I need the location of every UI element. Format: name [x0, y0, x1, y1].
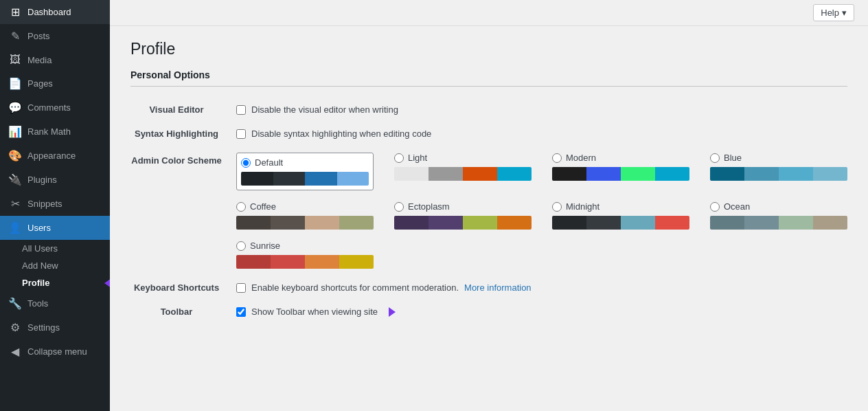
color-scheme-midnight-swatches — [552, 216, 689, 230]
keyboard-shortcuts-row: Keyboard Shortcuts Enable keyboard short… — [130, 276, 847, 300]
toolbar-checkbox[interactable] — [236, 307, 246, 317]
page-title: Profile — [130, 40, 847, 58]
color-scheme-modern-radio[interactable] — [552, 153, 562, 163]
sidebar-item-dashboard[interactable]: ⊞ Dashboard — [0, 0, 110, 24]
syntax-highlighting-checkbox-label[interactable]: Disable syntax highlighting when editing… — [236, 129, 847, 139]
tools-icon: 🔧 — [8, 297, 22, 310]
keyboard-shortcuts-checkbox[interactable] — [236, 283, 246, 293]
syntax-highlighting-checkbox[interactable] — [236, 129, 246, 139]
syntax-highlighting-label: Syntax Highlighting — [135, 129, 218, 139]
color-scheme-blue[interactable]: Blue — [710, 153, 847, 190]
sidebar-item-label: Snippets — [27, 199, 62, 209]
color-scheme-light-label: Light — [408, 153, 427, 163]
color-scheme-light[interactable]: Light — [394, 153, 532, 190]
color-scheme-ectoplasm-swatches — [394, 216, 532, 230]
collapse-icon: ◀ — [8, 345, 22, 358]
toolbar-arrow-icon — [389, 307, 396, 317]
visual-editor-checkbox[interactable] — [236, 105, 246, 115]
color-scheme-sunrise-label: Sunrise — [250, 241, 280, 251]
sidebar-item-tools[interactable]: 🔧 Tools — [0, 291, 110, 315]
syntax-highlighting-text: Disable syntax highlighting when editing… — [251, 129, 431, 139]
sidebar-item-label: Appearance — [27, 151, 76, 161]
toolbar-text: Show Toolbar when viewing site — [251, 307, 378, 317]
color-scheme-modern-label: Modern — [566, 153, 596, 163]
color-scheme-blue-swatches — [710, 167, 847, 181]
help-label: Help — [821, 8, 839, 18]
color-scheme-ocean-swatches — [710, 216, 847, 230]
color-scheme-sunrise[interactable]: Sunrise — [236, 241, 374, 269]
dashboard-icon: ⊞ — [8, 5, 22, 19]
keyboard-shortcuts-text: Enable keyboard shortcuts for comment mo… — [251, 282, 459, 293]
toolbar-label: Toolbar — [161, 307, 193, 317]
color-scheme-midnight[interactable]: Midnight — [552, 201, 689, 230]
appearance-icon: 🎨 — [8, 149, 22, 162]
rank-math-icon: 📊 — [8, 125, 22, 138]
posts-icon: ✎ — [8, 30, 22, 43]
color-scheme-coffee-swatches — [236, 216, 374, 230]
color-scheme-light-radio[interactable] — [394, 153, 404, 163]
syntax-highlighting-row: Syntax Highlighting Disable syntax highl… — [130, 122, 847, 146]
color-scheme-ectoplasm-label: Ectoplasm — [408, 201, 450, 212]
color-scheme-ectoplasm-radio[interactable] — [394, 202, 404, 212]
sidebar-sub-add-new[interactable]: Add New — [0, 257, 110, 274]
color-scheme-light-swatches — [394, 167, 532, 181]
sidebar-item-label: Tools — [27, 298, 48, 309]
sidebar-item-label: Users — [27, 223, 51, 233]
settings-icon: ⚙ — [8, 321, 22, 334]
color-scheme-ocean-radio[interactable] — [710, 202, 720, 212]
help-chevron-icon: ▾ — [842, 8, 847, 18]
sidebar-item-label: Plugins — [27, 175, 57, 185]
profile-arrow-icon — [104, 278, 110, 288]
sidebar-item-snippets[interactable]: ✂ Snippets — [0, 192, 110, 216]
color-scheme-grid: Default — [236, 153, 847, 269]
color-scheme-coffee-radio[interactable] — [236, 202, 246, 212]
plugins-icon: 🔌 — [8, 173, 22, 186]
color-scheme-blue-radio[interactable] — [710, 153, 720, 163]
help-button[interactable]: Help ▾ — [813, 4, 854, 21]
sidebar-item-pages[interactable]: 📄 Pages — [0, 71, 110, 96]
visual-editor-checkbox-label[interactable]: Disable the visual editor when writing — [236, 104, 847, 115]
visual-editor-label: Visual Editor — [149, 104, 203, 115]
keyboard-shortcuts-checkbox-label[interactable]: Enable keyboard shortcuts for comment mo… — [236, 282, 847, 293]
color-scheme-ocean[interactable]: Ocean — [710, 201, 847, 230]
color-scheme-default-label: Default — [255, 157, 283, 168]
sidebar-sub-profile[interactable]: Profile — [0, 274, 110, 291]
color-scheme-ectoplasm[interactable]: Ectoplasm — [394, 201, 532, 230]
sidebar-item-label: Dashboard — [27, 7, 71, 17]
color-scheme-default[interactable]: Default — [236, 153, 374, 190]
main-area: Help ▾ Profile Personal Options Visual E… — [110, 0, 868, 411]
comments-icon: 💬 — [8, 101, 22, 114]
color-scheme-blue-label: Blue — [724, 153, 742, 163]
toolbar-checkbox-label[interactable]: Show Toolbar when viewing site — [236, 307, 847, 317]
sidebar: ⊞ Dashboard ✎ Posts 🖼 Media 📄 Pages 💬 Co… — [0, 0, 110, 411]
color-scheme-coffee-label: Coffee — [250, 201, 276, 212]
color-scheme-sunrise-radio[interactable] — [236, 241, 246, 251]
sidebar-item-users[interactable]: 👤 Users — [0, 216, 110, 240]
color-scheme-midnight-radio[interactable] — [552, 202, 562, 212]
sidebar-sub-all-users[interactable]: All Users — [0, 240, 110, 257]
sidebar-item-plugins[interactable]: 🔌 Plugins — [0, 168, 110, 192]
sidebar-item-settings[interactable]: ⚙ Settings — [0, 315, 110, 340]
visual-editor-row: Visual Editor Disable the visual editor … — [130, 98, 847, 122]
sidebar-item-rank-math[interactable]: 📊 Rank Math — [0, 120, 110, 144]
users-icon: 👤 — [8, 221, 22, 234]
color-scheme-default-radio[interactable] — [241, 158, 251, 168]
sidebar-item-comments[interactable]: 💬 Comments — [0, 96, 110, 120]
keyboard-shortcuts-label: Keyboard Shortcuts — [134, 282, 219, 293]
color-scheme-label: Admin Color Scheme — [131, 155, 221, 166]
media-icon: 🖼 — [8, 54, 22, 66]
color-scheme-modern[interactable]: Modern — [552, 153, 689, 190]
sidebar-item-posts[interactable]: ✎ Posts — [0, 24, 110, 48]
sidebar-item-media[interactable]: 🖼 Media — [0, 48, 110, 71]
sidebar-item-label: Media — [27, 55, 52, 65]
color-scheme-coffee[interactable]: Coffee — [236, 201, 374, 230]
sidebar-item-label: Collapse menu — [27, 346, 87, 357]
more-information-link[interactable]: More information — [464, 282, 532, 293]
content-area: Profile Personal Options Visual Editor D… — [110, 26, 868, 411]
sidebar-item-label: Posts — [27, 31, 50, 41]
sidebar-item-collapse[interactable]: ◀ Collapse menu — [0, 340, 110, 364]
color-scheme-default-swatches — [241, 172, 369, 186]
pages-icon: 📄 — [8, 77, 22, 90]
snippets-icon: ✂ — [8, 197, 22, 210]
sidebar-item-appearance[interactable]: 🎨 Appearance — [0, 144, 110, 168]
